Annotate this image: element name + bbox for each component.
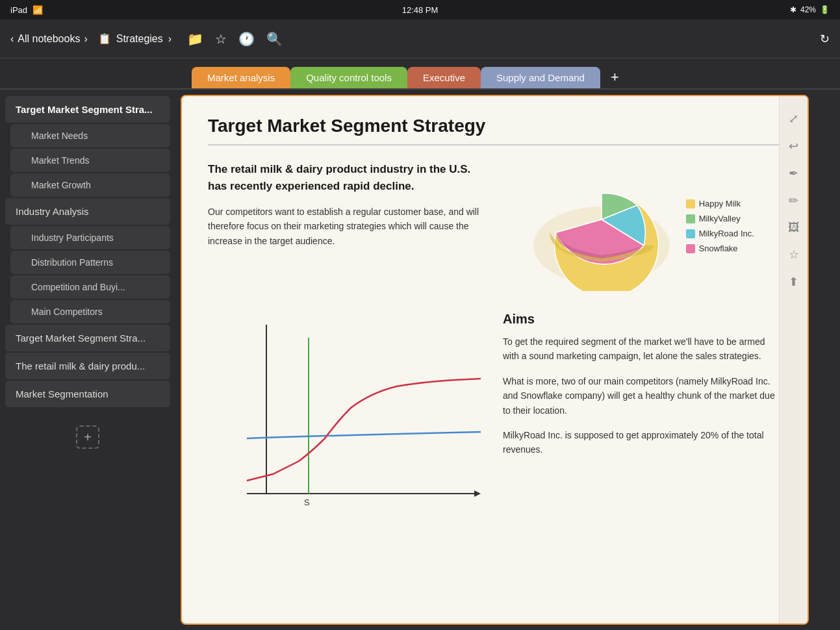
status-left: iPad 📶 [10, 5, 43, 15]
legend-dot-milkyroad [686, 229, 695, 238]
status-time: 12:48 PM [402, 5, 439, 15]
status-bar: iPad 📶 12:48 PM ✱ 42% 🔋 [0, 0, 840, 19]
legend-label-happy-milk: Happy Milk [699, 199, 741, 208]
legend-milkyvalley: MilkyValley [686, 214, 754, 223]
undo-icon[interactable]: ↩ [789, 139, 798, 153]
battery-percent: 42% [800, 5, 816, 14]
star-icon[interactable]: ☆ [215, 31, 227, 47]
expand-icon[interactable]: ⤢ [789, 112, 798, 126]
sidebar-item-market-needs[interactable]: Market Needs [10, 124, 170, 147]
tab-quality-control[interactable]: Quality control tools [290, 67, 407, 88]
tab-supply-demand[interactable]: Supply and Demand [481, 67, 600, 88]
search-icon[interactable]: 🔍 [266, 31, 283, 47]
chevron-left-icon: ‹ [10, 33, 14, 45]
sidebar-item-main-competitors[interactable]: Main Competitors [10, 300, 170, 323]
sidebar-item-competition-buying[interactable]: Competition and Buyi... [10, 275, 170, 299]
back-button[interactable]: ‹ All notebooks › [10, 33, 88, 45]
ipad-label: iPad [10, 5, 27, 15]
line-chart-svg: S [208, 312, 487, 520]
sidebar-item-target-market-2[interactable]: Target Market Segment Stra... [5, 325, 170, 351]
sidebar-item-industry-participants[interactable]: Industry Participants [10, 226, 170, 249]
refresh-icon[interactable]: ↻ [820, 32, 830, 45]
legend-snowflake: Snowflake [686, 244, 754, 253]
notebook-label[interactable]: Strategies [116, 33, 163, 45]
legend-dot-happy-milk [686, 199, 695, 208]
nav-right: ↻ [820, 32, 830, 46]
battery-icon: 🔋 [820, 5, 830, 14]
legend-dot-snowflake [686, 244, 695, 253]
aims-title: Aims [503, 312, 782, 327]
legend-label-milkyvalley: MilkyValley [699, 214, 741, 223]
sidebar-item-industry-analysis[interactable]: Industry Analysis [5, 198, 170, 225]
intro-body: Our competitors want to establish a regu… [208, 205, 487, 248]
tab-executive[interactable]: Executive [407, 67, 481, 88]
nav-bar: ‹ All notebooks › 📋 Strategies › 📁 ☆ 🕐 🔍… [0, 19, 840, 58]
sidebar-item-market-segmentation[interactable]: Market Segmentation [5, 381, 170, 407]
bluetooth-icon: ✱ [790, 5, 796, 14]
share-icon[interactable]: ⬆ [789, 275, 798, 289]
folder-icon[interactable]: 📁 [187, 31, 203, 47]
all-notebooks-label[interactable]: All notebooks [18, 33, 80, 45]
sidebar-item-target-market[interactable]: Target Market Segment Stra... [5, 96, 170, 123]
favorite-icon[interactable]: ☆ [789, 247, 799, 262]
aims-para-1: To get the required segment of the marke… [503, 334, 782, 364]
pen-icon[interactable]: ✒ [789, 166, 798, 181]
content-top: The retail milk & dairy product industry… [208, 161, 782, 291]
legend-happy-milk: Happy Milk [686, 199, 754, 208]
sidebar-item-retail-milk[interactable]: The retail milk & dairy produ... [5, 353, 170, 379]
pie-container: Happy Milk MilkyValley MilkyRoad Inc. [530, 161, 754, 291]
status-right: ✱ 42% 🔋 [790, 5, 830, 14]
sidebar: Target Market Segment Stra... Market Nee… [0, 90, 175, 630]
main-area: Target Market Segment Stra... Market Nee… [0, 90, 840, 630]
legend-milkyroad: MilkyRoad Inc. [686, 229, 754, 238]
document-panel: ⋮ ⤢ ↩ ✒ ✏ 🖼 ☆ ⬆ Target Market Segment St… [181, 95, 809, 625]
aims-area: Aims To get the required segment of the … [503, 312, 782, 522]
image-icon[interactable]: 🖼 [788, 221, 800, 234]
text-pen-icon[interactable]: ✏ [789, 194, 798, 208]
nav-arrow-icon: › [84, 33, 87, 45]
intro-block: The retail milk & dairy product industry… [208, 161, 487, 291]
content-bottom: S Aims To get the required segment of th… [208, 312, 782, 522]
sidebar-item-market-trends[interactable]: Market Trends [10, 149, 170, 172]
tabs-row: Market analysis Quality control tools Ex… [0, 58, 840, 90]
legend-label-milkyroad: MilkyRoad Inc. [699, 229, 754, 238]
add-note-button[interactable]: + [76, 425, 99, 449]
svg-text:S: S [304, 498, 310, 507]
line-chart-area: S [208, 312, 487, 522]
add-tab-button[interactable]: + [600, 66, 630, 88]
sidebar-item-market-growth[interactable]: Market Growth [10, 173, 170, 197]
history-icon[interactable]: 🕐 [238, 31, 255, 47]
legend-dot-milkyvalley [686, 214, 695, 223]
wifi-icon: 📶 [32, 5, 43, 15]
sidebar-item-distribution-patterns[interactable]: Distribution Patterns [10, 251, 170, 274]
pie-legend: Happy Milk MilkyValley MilkyRoad Inc. [686, 199, 754, 253]
aims-para-2: What is more, two of our main competitor… [503, 374, 782, 418]
tab-market-analysis[interactable]: Market analysis [192, 67, 290, 88]
drag-handle: ⋮ [181, 357, 183, 364]
intro-bold: The retail milk & dairy product industry… [208, 161, 487, 194]
pie-chart-area: Happy Milk MilkyValley MilkyRoad Inc. [503, 161, 782, 291]
pie-chart-svg [530, 161, 673, 291]
right-toolbar: ⤢ ↩ ✒ ✏ 🖼 ☆ ⬆ [779, 96, 808, 624]
breadcrumb-arrow: › [168, 33, 172, 45]
legend-label-snowflake: Snowflake [699, 244, 738, 253]
svg-marker-2 [474, 490, 481, 497]
document-title: Target Market Segment Strategy [208, 116, 782, 145]
breadcrumb: 📋 Strategies › [98, 32, 172, 45]
nav-icons: 📁 ☆ 🕐 🔍 [187, 31, 283, 47]
notebook-icon: 📋 [98, 32, 111, 45]
aims-para-3: MilkyRoad Inc. is supposed to get approx… [503, 428, 782, 457]
